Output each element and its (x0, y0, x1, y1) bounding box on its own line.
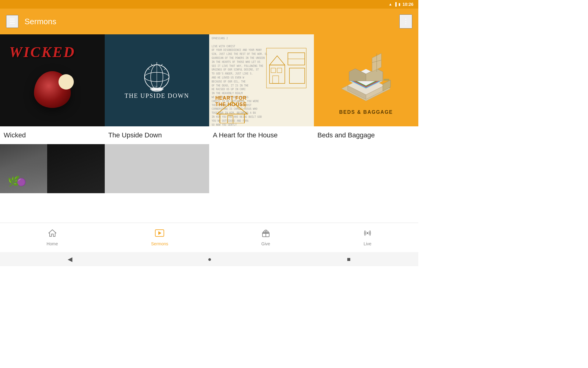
live-icon (363, 229, 372, 240)
svg-rect-24 (228, 116, 233, 123)
dark-landscape-image: 🌿 🟣 (0, 144, 105, 193)
sermon-card-image-beds-baggage: BEDS & BAGGAGE (314, 34, 419, 126)
gray-placeholder-image (105, 144, 209, 193)
svg-rect-21 (289, 68, 305, 83)
give-icon (262, 229, 270, 240)
wifi-icon: ▲ (389, 2, 392, 6)
nav-label-sermons: Sermons (151, 241, 168, 246)
svg-marker-18 (270, 56, 285, 65)
svg-rect-16 (277, 68, 282, 73)
status-icons: ▲ ▐ ▮ 10:26 (389, 2, 413, 7)
apple-bite (58, 74, 74, 90)
app-bar: ☰ Sermons ⋮ (0, 9, 418, 34)
sermon-card-upside-down[interactable]: ☞ THE UPSIDE DOWN The Upside Down (105, 34, 209, 144)
sermon-card-image-heart-house: EPHESIANS 2LIVE WITH CHRISTOF YOUR DISOB… (209, 34, 314, 126)
status-time: 10:26 (402, 2, 413, 7)
purple-element: 🟣 (17, 178, 26, 186)
sermon-card-wicked[interactable]: WICKED Wicked (0, 34, 105, 144)
more-options-button[interactable]: ⋮ (399, 14, 412, 29)
bed-illustration (332, 46, 400, 107)
wicked-title-graphic: WICKED (9, 44, 75, 60)
sermon-card-dark-landscape[interactable]: 🌿 🟣 (0, 144, 105, 193)
sermon-card-beds-baggage[interactable]: BEDS & BAGGAGE Beds and Baggage (314, 34, 419, 144)
svg-rect-14 (270, 65, 285, 83)
sermon-card-heart-house[interactable]: EPHESIANS 2LIVE WITH CHRISTOF YOUR DISOB… (209, 34, 314, 144)
nav-label-live: Live (364, 241, 371, 246)
nav-item-home[interactable]: Home (34, 226, 70, 249)
battery-icon: ▮ (398, 2, 401, 6)
sermon-card-image-wicked: WICKED (0, 34, 105, 126)
status-bar: ▲ ▐ ▮ 10:26 (0, 0, 418, 9)
svg-rect-44 (384, 79, 389, 81)
svg-marker-22 (217, 102, 247, 114)
page-title: Sermons (24, 17, 399, 26)
sermon-grid-row2: 🌿 🟣 (0, 144, 418, 193)
empty-card-1 (209, 144, 314, 193)
sermon-card-image-upside-down: ☞ THE UPSIDE DOWN (105, 34, 209, 126)
sermon-grid-row1: WICKED Wicked (0, 34, 418, 144)
sermon-card-title-beds-baggage: Beds and Baggage (314, 126, 419, 144)
house-sketch (214, 99, 251, 123)
heart-house-blueprint (265, 47, 308, 91)
back-button[interactable]: ◀ (68, 255, 72, 263)
svg-marker-47 (158, 231, 161, 235)
nav-item-give[interactable]: Give (249, 226, 282, 249)
svg-rect-15 (271, 68, 276, 73)
empty-card-2 (314, 144, 419, 193)
upside-down-series-text: THE UPSIDE DOWN (120, 92, 194, 99)
beds-baggage-series-label: BEDS & BAGGAGE (339, 109, 393, 115)
svg-rect-17 (273, 76, 279, 83)
sermon-card-title-heart-house: A Heart for the House (209, 126, 314, 144)
svg-text:☞: ☞ (153, 84, 158, 90)
apple-visual (34, 71, 71, 108)
nav-label-home: Home (47, 241, 58, 246)
system-navigation-bar: ◀ ● ■ (0, 252, 418, 266)
home-icon (48, 229, 57, 240)
globe-icon: ☞ (141, 62, 172, 92)
svg-marker-45 (49, 230, 56, 236)
bottom-navigation: Home Sermons Give (0, 223, 418, 252)
sermon-card-title-upside-down: The Upside Down (105, 126, 209, 144)
svg-point-52 (367, 232, 368, 234)
nav-item-live[interactable]: Live (351, 226, 384, 249)
menu-button[interactable]: ☰ (6, 15, 18, 28)
recent-apps-button[interactable]: ■ (347, 256, 351, 263)
signal-icon: ▐ (394, 2, 397, 6)
sermon-card-title-wicked: Wicked (0, 126, 105, 144)
main-content: WICKED Wicked (0, 34, 418, 232)
nav-item-sermons[interactable]: Sermons (139, 226, 180, 249)
nav-label-give: Give (261, 241, 270, 246)
sermons-icon (155, 229, 164, 240)
dark-right (47, 144, 105, 193)
svg-point-25 (237, 100, 246, 109)
sermon-card-empty-1 (209, 144, 314, 193)
home-system-button[interactable]: ● (208, 256, 211, 263)
sermon-card-gray[interactable] (105, 144, 209, 193)
sermon-card-empty-2 (314, 144, 419, 193)
